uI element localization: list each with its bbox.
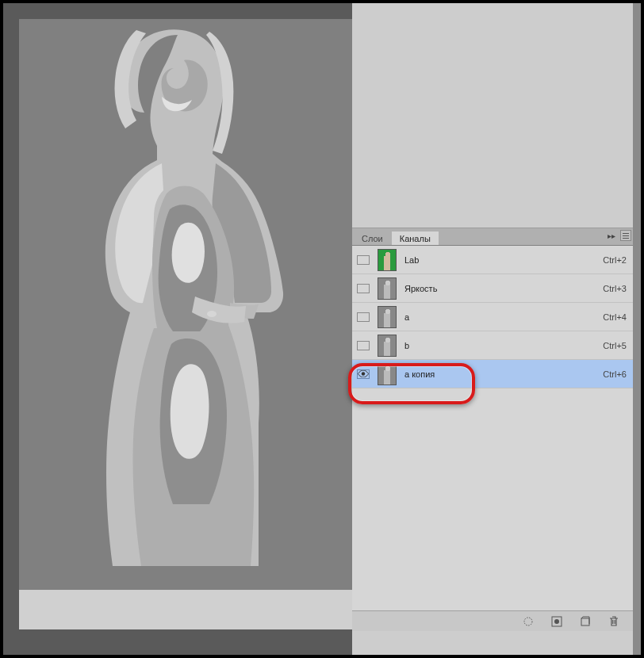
channel-shortcut: Ctrl+5: [603, 341, 627, 350]
app-frame: Слои Каналы ▸▸ Lab Ctrl+2 Яркость: [3, 3, 641, 655]
eye-icon: [358, 370, 369, 377]
svg-point-0: [207, 311, 217, 317]
panel-tabs: Слои Каналы ▸▸: [352, 228, 633, 246]
channels-panel: Слои Каналы ▸▸ Lab Ctrl+2 Яркость: [352, 228, 633, 631]
channel-shortcut: Ctrl+4: [603, 312, 627, 322]
visibility-toggle[interactable]: [357, 284, 370, 293]
new-channel-icon[interactable]: [579, 615, 592, 628]
channel-thumbnail[interactable]: [378, 277, 397, 300]
svg-point-4: [554, 619, 559, 624]
channel-thumbnail[interactable]: [378, 306, 397, 328]
document-content-figure: [51, 27, 305, 566]
visibility-toggle[interactable]: [357, 341, 370, 350]
channel-row-a-copy[interactable]: a копия Ctrl+6: [352, 360, 633, 388]
channel-thumbnail[interactable]: [378, 363, 397, 385]
channel-shortcut: Ctrl+2: [603, 255, 627, 265]
channel-thumbnail[interactable]: [378, 249, 397, 271]
channel-row-lightness[interactable]: Яркость Ctrl+3: [352, 274, 633, 303]
channel-label[interactable]: a: [404, 312, 603, 322]
save-selection-icon[interactable]: [550, 615, 563, 628]
load-selection-icon[interactable]: [522, 615, 535, 628]
panel-footer: [352, 610, 633, 631]
artboard-pasteboard: [19, 590, 352, 629]
tab-layers[interactable]: Слои: [354, 231, 391, 245]
channel-thumbnail[interactable]: [378, 335, 397, 357]
channel-label[interactable]: Яркость: [404, 284, 603, 293]
channel-row-b[interactable]: b Ctrl+5: [352, 331, 633, 360]
document-artboard[interactable]: [19, 19, 352, 590]
channel-list: Lab Ctrl+2 Яркость Ctrl+3 a Ctrl+4: [352, 246, 633, 610]
visibility-toggle[interactable]: [357, 255, 370, 265]
svg-point-1: [362, 372, 365, 375]
channel-shortcut: Ctrl+3: [603, 284, 627, 293]
channel-row-a[interactable]: a Ctrl+4: [352, 303, 633, 331]
canvas-area[interactable]: [3, 3, 352, 655]
svg-point-2: [524, 618, 532, 625]
visibility-toggle[interactable]: [357, 369, 370, 379]
svg-rect-5: [581, 618, 589, 625]
channel-label[interactable]: a копия: [404, 369, 603, 379]
collapse-panel-icon[interactable]: ▸▸: [608, 231, 615, 240]
tab-channels[interactable]: Каналы: [392, 231, 439, 245]
channel-label[interactable]: Lab: [404, 255, 603, 265]
channel-shortcut: Ctrl+6: [603, 369, 627, 379]
right-dock-strip[interactable]: [633, 3, 641, 655]
delete-channel-icon[interactable]: [608, 615, 620, 628]
channel-row-lab[interactable]: Lab Ctrl+2: [352, 246, 633, 274]
right-dock-area: Слои Каналы ▸▸ Lab Ctrl+2 Яркость: [352, 3, 641, 655]
channel-label[interactable]: b: [404, 341, 603, 350]
visibility-toggle[interactable]: [357, 312, 370, 322]
panel-menu-button[interactable]: [620, 230, 631, 241]
